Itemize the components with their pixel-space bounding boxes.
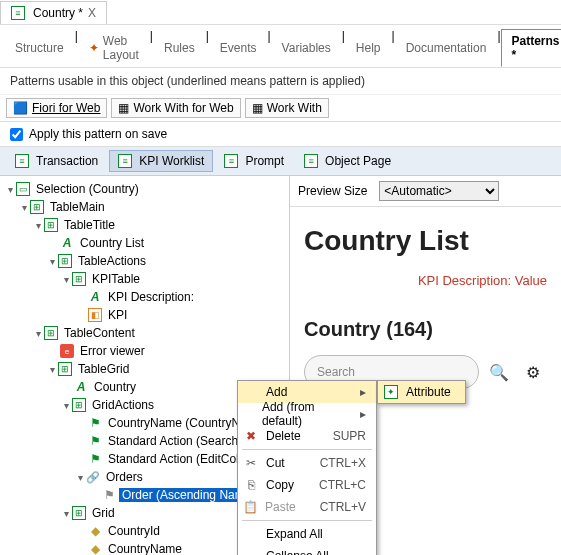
- close-icon[interactable]: X: [88, 6, 96, 20]
- flag-icon: ⚑: [88, 416, 102, 430]
- flag-icon: ⚑: [88, 434, 102, 448]
- context-menu[interactable]: Add▸ Add (from default)▸ ✖DeleteSUPR ✂Cu…: [237, 380, 377, 555]
- copy-icon: ⎘: [242, 478, 260, 492]
- pattern-workwith-web[interactable]: ▦Work With for Web: [111, 98, 240, 118]
- subtab-patterns[interactable]: Patterns *: [501, 29, 561, 67]
- subtab-rules[interactable]: Rules: [153, 29, 206, 67]
- preview-size-select[interactable]: <Automatic>: [379, 181, 499, 201]
- transaction-icon: ≡: [11, 6, 25, 20]
- table-icon: ⊞: [58, 254, 72, 268]
- toolbar-kpi-worklist[interactable]: ≡KPI Worklist: [109, 150, 213, 172]
- table-icon: ⊞: [44, 326, 58, 340]
- preview-title: Country List: [304, 225, 547, 257]
- tab-title: Country *: [33, 6, 83, 20]
- preview-size-label: Preview Size: [298, 184, 367, 198]
- pattern-fiori[interactable]: 🟦Fiori for Web: [6, 98, 107, 118]
- pattern-hint: Patterns usable in this object (underlin…: [0, 68, 561, 95]
- transaction-icon: ≡: [15, 154, 29, 168]
- apply-label: Apply this pattern on save: [29, 127, 167, 141]
- attribute-icon: ✦: [384, 385, 398, 399]
- apply-checkbox[interactable]: [10, 128, 23, 141]
- submenu-attribute[interactable]: ✦Attribute: [378, 381, 465, 403]
- tree-countrylist[interactable]: ACountry List: [0, 234, 289, 252]
- tree-tablegrid[interactable]: ▾⊞TableGrid: [0, 360, 289, 378]
- sel-icon: ▭: [16, 182, 30, 196]
- subtab-documentation[interactable]: Documentation: [395, 29, 498, 67]
- flag-icon: ⚑: [88, 452, 102, 466]
- delete-icon: ✖: [242, 429, 260, 443]
- column-icon: ◆: [88, 542, 102, 555]
- ctx-copy[interactable]: ⎘CopyCTRL+C: [238, 474, 376, 496]
- ww-icon: ▦: [118, 101, 129, 115]
- cut-icon: ✂: [242, 456, 260, 470]
- fiori-icon: 🟦: [13, 101, 28, 115]
- ctx-collapse-all[interactable]: Collapse All: [238, 545, 376, 555]
- tree-selection[interactable]: ▾▭Selection (Country): [0, 180, 289, 198]
- subtab-help[interactable]: Help: [345, 29, 392, 67]
- table-icon: ⊞: [72, 398, 86, 412]
- kpi-icon: ◧: [88, 308, 102, 322]
- tree-kpidesc[interactable]: AKPI Description:: [0, 288, 289, 306]
- ctx-cut[interactable]: ✂CutCTRL+X: [238, 452, 376, 474]
- subtab-variables[interactable]: Variables: [271, 29, 342, 67]
- toolbar-object-page[interactable]: ≡Object Page: [295, 150, 400, 172]
- preview-kpi: KPI Description: Value: [304, 273, 547, 288]
- tree-tablemain[interactable]: ▾⊞TableMain: [0, 198, 289, 216]
- tree-tableactions[interactable]: ▾⊞TableActions: [0, 252, 289, 270]
- submenu-add[interactable]: ✦Attribute: [377, 380, 466, 404]
- subtab-events[interactable]: Events: [209, 29, 268, 67]
- ctx-paste: 📋PasteCTRL+V: [238, 496, 376, 518]
- toolbar-transaction[interactable]: ≡Transaction: [6, 150, 107, 172]
- prompt-icon: ≡: [224, 154, 238, 168]
- text-icon: A: [74, 380, 88, 394]
- table-icon: ⊞: [58, 362, 72, 376]
- doc-tab-country[interactable]: ≡ Country * X: [0, 1, 107, 24]
- settings-icon[interactable]: ⚙: [519, 358, 547, 386]
- paste-icon: 📋: [242, 500, 259, 514]
- preview-count: Country (164): [304, 318, 547, 341]
- worklist-icon: ≡: [118, 154, 132, 168]
- text-icon: A: [88, 290, 102, 304]
- ctx-expand-all[interactable]: Expand All: [238, 523, 376, 545]
- tree-errorviewer[interactable]: eError viewer: [0, 342, 289, 360]
- search-icon[interactable]: 🔍: [485, 358, 513, 386]
- toolbar-prompt[interactable]: ≡Prompt: [215, 150, 293, 172]
- tree-kpi[interactable]: ◧KPI: [0, 306, 289, 324]
- ctx-add-from-default[interactable]: Add (from default)▸: [238, 403, 376, 425]
- web-icon: ✦: [89, 41, 99, 55]
- link-icon: 🔗: [86, 470, 100, 484]
- error-icon: e: [60, 344, 74, 358]
- table-icon: ⊞: [30, 200, 44, 214]
- tree-tablecontent[interactable]: ▾⊞TableContent: [0, 324, 289, 342]
- subtab-structure[interactable]: Structure: [4, 29, 75, 67]
- pattern-workwith[interactable]: ▦Work With: [245, 98, 329, 118]
- ww-icon: ▦: [252, 101, 263, 115]
- object-icon: ≡: [304, 154, 318, 168]
- flag-icon: ⚑: [102, 488, 116, 502]
- ctx-delete[interactable]: ✖DeleteSUPR: [238, 425, 376, 447]
- subtab-web-layout[interactable]: ✦Web Layout: [78, 29, 150, 67]
- tree-kpitable[interactable]: ▾⊞KPITable: [0, 270, 289, 288]
- column-icon: ◆: [88, 524, 102, 538]
- grid-icon: ⊞: [72, 506, 86, 520]
- table-icon: ⊞: [72, 272, 86, 286]
- tree-tabletitle[interactable]: ▾⊞TableTitle: [0, 216, 289, 234]
- text-icon: A: [60, 236, 74, 250]
- table-icon: ⊞: [44, 218, 58, 232]
